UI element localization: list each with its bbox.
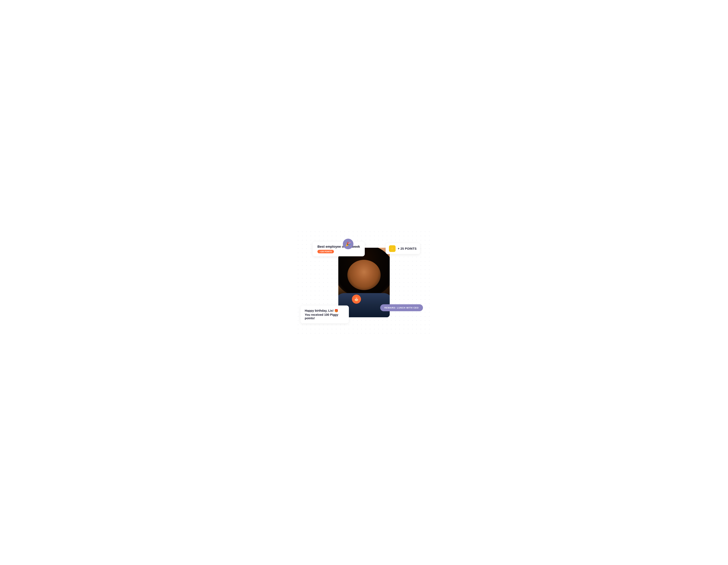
cake-icon-bubble: 🎂 (352, 295, 361, 304)
birthday-card: Happy birthday, Lis! 🎁 You received 100 … (301, 306, 349, 323)
party-icon-bubble: 🎉 (343, 239, 353, 249)
reward-pill: REWARD: LUNCH WITH CEO (380, 304, 423, 311)
cake-icon: 🎂 (354, 297, 359, 301)
scene: 🎉 Best employee of the week +100 POINTS … (296, 229, 432, 336)
lightning-icon: ⚡ (390, 247, 394, 250)
lightning-badge: ⚡ (389, 245, 396, 252)
points-badge: +100 POINTS (317, 250, 334, 253)
points-text: + 25 POINTS (398, 247, 417, 250)
birthday-line1: Happy birthday, Lis! 🎁 (305, 309, 345, 313)
party-icon: 🎉 (346, 241, 351, 246)
best-employee-card: Best employee of the week +100 POINTS (313, 242, 365, 256)
reward-text: REWARD: LUNCH WITH CEO (384, 307, 419, 309)
points-card: ⚡ + 25 POINTS (386, 243, 420, 254)
best-employee-title: Best employee of the week (317, 245, 360, 248)
smile-highlight (355, 273, 373, 279)
birthday-line2: You received 100 Piggy points! (305, 313, 345, 320)
